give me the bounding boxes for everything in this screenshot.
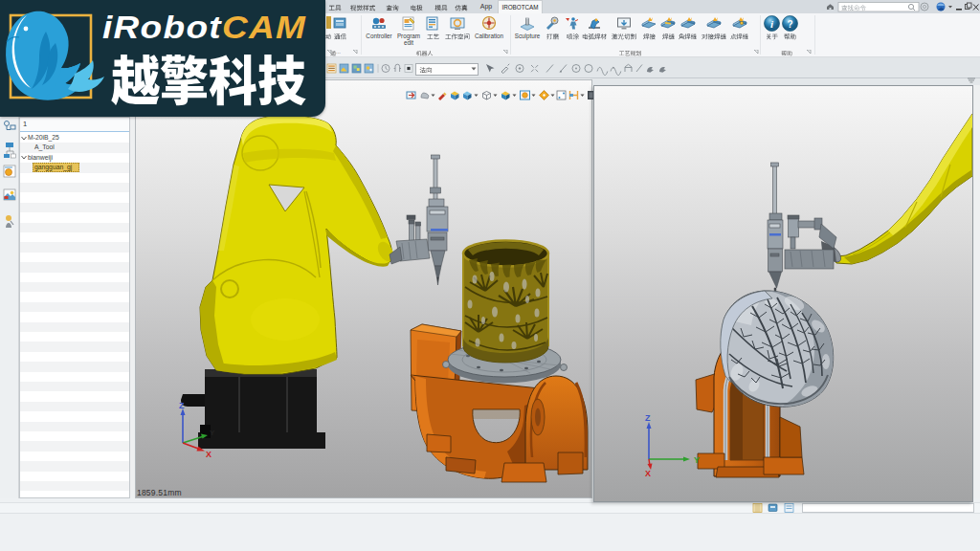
svg-text:Y: Y bbox=[694, 455, 700, 465]
svg-text:Y: Y bbox=[210, 429, 215, 437]
svg-text:X: X bbox=[645, 469, 651, 478]
svg-text:?: ? bbox=[787, 19, 792, 30]
svg-text:Z: Z bbox=[179, 401, 185, 410]
svg-text:X: X bbox=[206, 450, 212, 459]
svg-text:Z: Z bbox=[645, 413, 651, 423]
